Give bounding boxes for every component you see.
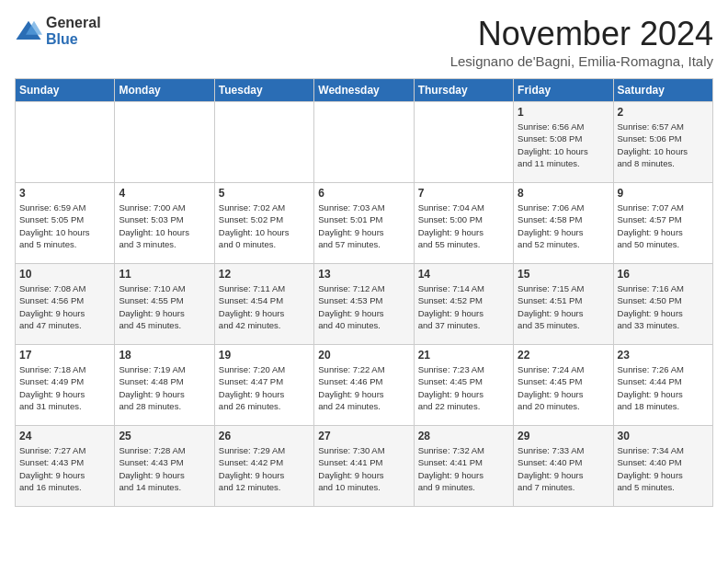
week-row-5: 24Sunrise: 7:27 AM Sunset: 4:43 PM Dayli… bbox=[16, 426, 713, 507]
weekday-header-thursday: Thursday bbox=[414, 79, 513, 102]
calendar-cell: 26Sunrise: 7:29 AM Sunset: 4:42 PM Dayli… bbox=[214, 426, 313, 507]
header: General Blue November 2024 Lesignano de'… bbox=[15, 15, 713, 69]
day-number: 23 bbox=[618, 349, 709, 362]
calendar-cell: 25Sunrise: 7:28 AM Sunset: 4:43 PM Dayli… bbox=[115, 426, 214, 507]
day-info: Sunrise: 6:56 AM Sunset: 5:08 PM Dayligh… bbox=[518, 121, 609, 169]
day-number: 10 bbox=[19, 268, 110, 281]
day-number: 24 bbox=[19, 430, 110, 442]
day-number: 4 bbox=[119, 187, 210, 200]
day-info: Sunrise: 7:24 AM Sunset: 4:45 PM Dayligh… bbox=[518, 363, 609, 412]
calendar-cell bbox=[115, 102, 214, 183]
location-title: Lesignano de'Bagni, Emilia-Romagna, Ital… bbox=[450, 53, 713, 69]
day-number: 30 bbox=[618, 430, 709, 442]
day-info: Sunrise: 7:27 AM Sunset: 4:43 PM Dayligh… bbox=[19, 444, 110, 493]
day-number: 26 bbox=[219, 430, 310, 442]
logo: General Blue bbox=[15, 15, 101, 47]
day-number: 28 bbox=[418, 430, 509, 442]
day-number: 3 bbox=[19, 187, 110, 200]
day-number: 1 bbox=[518, 106, 609, 119]
day-number: 12 bbox=[219, 268, 310, 281]
day-info: Sunrise: 7:26 AM Sunset: 4:44 PM Dayligh… bbox=[618, 363, 709, 412]
day-number: 27 bbox=[318, 430, 409, 442]
calendar-table: SundayMondayTuesdayWednesdayThursdayFrid… bbox=[15, 78, 713, 507]
day-number: 13 bbox=[318, 268, 409, 281]
weekday-header-friday: Friday bbox=[514, 79, 613, 102]
calendar-cell: 1Sunrise: 6:56 AM Sunset: 5:08 PM Daylig… bbox=[514, 102, 613, 183]
day-number: 22 bbox=[518, 349, 609, 362]
day-number: 8 bbox=[518, 187, 609, 200]
day-number: 16 bbox=[618, 268, 709, 281]
day-info: Sunrise: 7:00 AM Sunset: 5:03 PM Dayligh… bbox=[119, 201, 210, 250]
title-area: November 2024 Lesignano de'Bagni, Emilia… bbox=[450, 15, 713, 69]
calendar-cell: 15Sunrise: 7:15 AM Sunset: 4:51 PM Dayli… bbox=[514, 264, 613, 345]
day-info: Sunrise: 7:10 AM Sunset: 4:55 PM Dayligh… bbox=[119, 282, 210, 331]
day-info: Sunrise: 7:02 AM Sunset: 5:02 PM Dayligh… bbox=[219, 201, 310, 250]
logo-blue-text: Blue bbox=[46, 31, 101, 48]
day-number: 5 bbox=[219, 187, 310, 200]
calendar-cell: 3Sunrise: 6:59 AM Sunset: 5:05 PM Daylig… bbox=[16, 183, 115, 264]
day-info: Sunrise: 7:03 AM Sunset: 5:01 PM Dayligh… bbox=[318, 201, 409, 250]
logo-general-text: General bbox=[46, 15, 101, 31]
day-info: Sunrise: 7:34 AM Sunset: 4:40 PM Dayligh… bbox=[618, 444, 709, 493]
calendar-cell: 27Sunrise: 7:30 AM Sunset: 4:41 PM Dayli… bbox=[314, 426, 414, 507]
weekday-header-wednesday: Wednesday bbox=[314, 79, 414, 102]
day-info: Sunrise: 7:06 AM Sunset: 4:58 PM Dayligh… bbox=[518, 201, 609, 250]
calendar-body: 1Sunrise: 6:56 AM Sunset: 5:08 PM Daylig… bbox=[16, 102, 713, 507]
day-number: 25 bbox=[119, 430, 210, 442]
day-info: Sunrise: 6:59 AM Sunset: 5:05 PM Dayligh… bbox=[19, 201, 110, 250]
calendar-cell: 13Sunrise: 7:12 AM Sunset: 4:53 PM Dayli… bbox=[314, 264, 414, 345]
day-info: Sunrise: 7:20 AM Sunset: 4:47 PM Dayligh… bbox=[219, 363, 310, 412]
day-number: 20 bbox=[318, 349, 409, 362]
week-row-1: 1Sunrise: 6:56 AM Sunset: 5:08 PM Daylig… bbox=[16, 102, 713, 183]
day-info: Sunrise: 7:29 AM Sunset: 4:42 PM Dayligh… bbox=[219, 444, 310, 493]
month-title: November 2024 bbox=[450, 15, 713, 53]
week-row-4: 17Sunrise: 7:18 AM Sunset: 4:49 PM Dayli… bbox=[16, 345, 713, 426]
day-number: 29 bbox=[518, 430, 609, 442]
day-info: Sunrise: 7:19 AM Sunset: 4:48 PM Dayligh… bbox=[119, 363, 210, 412]
calendar-cell bbox=[314, 102, 414, 183]
calendar-cell: 17Sunrise: 7:18 AM Sunset: 4:49 PM Dayli… bbox=[16, 345, 115, 426]
day-number: 9 bbox=[618, 187, 709, 200]
calendar-cell: 21Sunrise: 7:23 AM Sunset: 4:45 PM Dayli… bbox=[414, 345, 513, 426]
calendar-cell: 16Sunrise: 7:16 AM Sunset: 4:50 PM Dayli… bbox=[613, 264, 712, 345]
day-info: Sunrise: 7:08 AM Sunset: 4:56 PM Dayligh… bbox=[19, 282, 110, 331]
day-info: Sunrise: 7:18 AM Sunset: 4:49 PM Dayligh… bbox=[19, 363, 110, 412]
calendar-cell: 29Sunrise: 7:33 AM Sunset: 4:40 PM Dayli… bbox=[514, 426, 613, 507]
day-info: Sunrise: 7:33 AM Sunset: 4:40 PM Dayligh… bbox=[518, 444, 609, 493]
day-number: 7 bbox=[418, 187, 509, 200]
calendar-cell: 8Sunrise: 7:06 AM Sunset: 4:58 PM Daylig… bbox=[514, 183, 613, 264]
day-info: Sunrise: 7:04 AM Sunset: 5:00 PM Dayligh… bbox=[418, 201, 509, 250]
day-info: Sunrise: 7:15 AM Sunset: 4:51 PM Dayligh… bbox=[518, 282, 609, 331]
weekday-header-tuesday: Tuesday bbox=[214, 79, 313, 102]
day-number: 6 bbox=[318, 187, 409, 200]
calendar-cell: 28Sunrise: 7:32 AM Sunset: 4:41 PM Dayli… bbox=[414, 426, 513, 507]
day-info: Sunrise: 7:14 AM Sunset: 4:52 PM Dayligh… bbox=[418, 282, 509, 331]
day-number: 2 bbox=[618, 106, 709, 119]
day-info: Sunrise: 7:11 AM Sunset: 4:54 PM Dayligh… bbox=[219, 282, 310, 331]
calendar-cell bbox=[414, 102, 513, 183]
day-info: Sunrise: 7:12 AM Sunset: 4:53 PM Dayligh… bbox=[318, 282, 409, 331]
day-number: 17 bbox=[19, 349, 110, 362]
calendar-cell: 10Sunrise: 7:08 AM Sunset: 4:56 PM Dayli… bbox=[16, 264, 115, 345]
weekday-header-sunday: Sunday bbox=[16, 79, 115, 102]
calendar-cell: 18Sunrise: 7:19 AM Sunset: 4:48 PM Dayli… bbox=[115, 345, 214, 426]
calendar-cell: 14Sunrise: 7:14 AM Sunset: 4:52 PM Dayli… bbox=[414, 264, 513, 345]
day-info: Sunrise: 7:28 AM Sunset: 4:43 PM Dayligh… bbox=[119, 444, 210, 493]
calendar-cell: 6Sunrise: 7:03 AM Sunset: 5:01 PM Daylig… bbox=[314, 183, 414, 264]
day-number: 19 bbox=[219, 349, 310, 362]
calendar-cell: 7Sunrise: 7:04 AM Sunset: 5:00 PM Daylig… bbox=[414, 183, 513, 264]
calendar-cell: 5Sunrise: 7:02 AM Sunset: 5:02 PM Daylig… bbox=[214, 183, 313, 264]
day-number: 11 bbox=[119, 268, 210, 281]
day-info: Sunrise: 7:16 AM Sunset: 4:50 PM Dayligh… bbox=[618, 282, 709, 331]
week-row-2: 3Sunrise: 6:59 AM Sunset: 5:05 PM Daylig… bbox=[16, 183, 713, 264]
logo-icon bbox=[15, 17, 42, 45]
day-number: 15 bbox=[518, 268, 609, 281]
calendar-cell: 11Sunrise: 7:10 AM Sunset: 4:55 PM Dayli… bbox=[115, 264, 214, 345]
weekday-header-monday: Monday bbox=[115, 79, 214, 102]
day-info: Sunrise: 7:07 AM Sunset: 4:57 PM Dayligh… bbox=[618, 201, 709, 250]
calendar-cell: 12Sunrise: 7:11 AM Sunset: 4:54 PM Dayli… bbox=[214, 264, 313, 345]
calendar-cell: 24Sunrise: 7:27 AM Sunset: 4:43 PM Dayli… bbox=[16, 426, 115, 507]
weekday-header-row: SundayMondayTuesdayWednesdayThursdayFrid… bbox=[16, 79, 713, 102]
day-info: Sunrise: 7:30 AM Sunset: 4:41 PM Dayligh… bbox=[318, 444, 409, 493]
week-row-3: 10Sunrise: 7:08 AM Sunset: 4:56 PM Dayli… bbox=[16, 264, 713, 345]
